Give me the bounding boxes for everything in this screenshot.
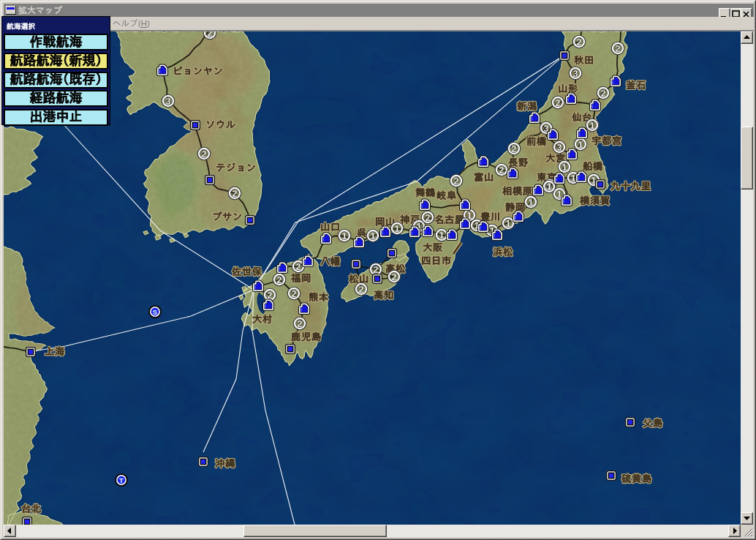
svg-text:1: 1 (590, 121, 595, 131)
svg-text:1: 1 (395, 224, 400, 234)
svg-text:3: 3 (557, 143, 562, 153)
svg-text:2: 2 (277, 275, 282, 285)
svg-text:2: 2 (202, 149, 207, 160)
svg-text:1: 1 (571, 173, 576, 184)
svg-text:1: 1 (562, 162, 567, 173)
svg-text:2: 2 (233, 189, 238, 199)
svg-text:2: 2 (208, 31, 213, 39)
svg-text:2: 2 (499, 165, 504, 176)
svg-text:3: 3 (573, 69, 578, 79)
svg-text:2: 2 (556, 98, 561, 108)
svg-text:1: 1 (371, 231, 376, 241)
svg-text:S: S (153, 308, 157, 316)
svg-text:1: 1 (578, 140, 583, 150)
svg-text:2: 2 (296, 262, 301, 272)
svg-text:2: 2 (374, 265, 379, 275)
svg-text:1: 1 (342, 231, 347, 241)
svg-text:2: 2 (298, 319, 303, 329)
svg-text:2: 2 (512, 144, 517, 154)
svg-text:2: 2 (359, 285, 364, 295)
svg-text:1: 1 (439, 230, 445, 241)
svg-text:T: T (119, 476, 124, 484)
svg-text:1: 1 (547, 182, 552, 192)
svg-text:2: 2 (292, 289, 297, 299)
svg-text:2: 2 (601, 89, 606, 99)
svg-text:2: 2 (392, 272, 397, 282)
svg-text:1: 1 (529, 198, 534, 208)
svg-text:2: 2 (426, 213, 431, 223)
svg-text:2: 2 (454, 176, 459, 187)
svg-text:2: 2 (616, 44, 621, 54)
svg-text:2: 2 (577, 37, 582, 48)
svg-text:3: 3 (166, 97, 171, 107)
svg-text:1: 1 (506, 219, 511, 229)
